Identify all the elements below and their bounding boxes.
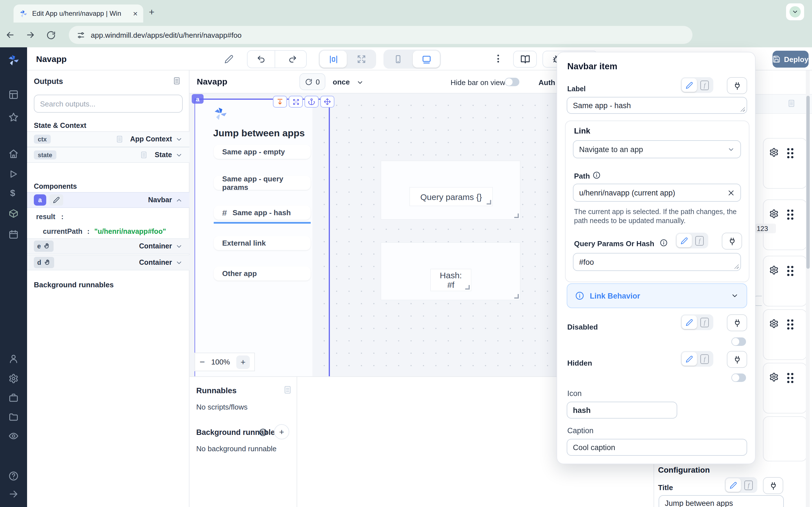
sidebar-item-apps-icon[interactable] xyxy=(8,90,18,100)
component-row-container-e[interactable]: e Container xyxy=(27,238,190,254)
sidebar-item-variables-icon[interactable]: $ xyxy=(10,188,15,198)
connect-plug-button[interactable] xyxy=(722,233,742,249)
docs-button[interactable] xyxy=(513,51,537,68)
search-outputs-input[interactable] xyxy=(34,95,183,113)
nav-item-query-params[interactable]: Same app - query params xyxy=(214,176,311,190)
link-type-select[interactable]: Navigate to an app xyxy=(573,140,741,158)
drag-handle-icon[interactable] xyxy=(787,320,794,330)
nav-item-same-app-hash[interactable]: # Same app - hash xyxy=(214,206,311,220)
edit-pencil-icon[interactable] xyxy=(50,194,63,206)
chevron-down-icon[interactable] xyxy=(175,242,183,250)
component-id-tag[interactable]: a xyxy=(192,94,204,104)
browser-tab[interactable]: Edit App u/henri/navapp | Win × xyxy=(13,4,143,22)
windmill-logo[interactable] xyxy=(7,54,20,66)
sidebar-item-workers-icon[interactable] xyxy=(8,393,18,403)
undo-button[interactable] xyxy=(248,51,275,68)
hash-text-box[interactable]: Hash: #f xyxy=(430,269,471,291)
query-params-text-box[interactable]: Query params {} xyxy=(409,187,493,206)
sidebar-item-runs-icon[interactable] xyxy=(8,169,18,179)
run-mode-select[interactable]: once xyxy=(333,78,350,86)
resize-handle[interactable] xyxy=(465,285,470,290)
fullscreen-layout-button[interactable] xyxy=(348,51,375,68)
component-row-navbar[interactable]: a Navbar xyxy=(27,192,190,208)
anchor-button[interactable] xyxy=(305,96,319,108)
runnables-doc-icon[interactable] xyxy=(283,385,292,394)
resize-handle[interactable] xyxy=(514,294,519,298)
fx-mode-button[interactable]: f xyxy=(697,78,712,92)
reload-icon[interactable] xyxy=(41,30,61,40)
title-input[interactable]: Jump between apps xyxy=(659,495,784,507)
nav-item-external-link[interactable]: External link xyxy=(214,236,311,250)
gear-icon[interactable] xyxy=(769,265,779,275)
static-mode-button[interactable] xyxy=(682,352,697,365)
sidebar-item-users-icon[interactable] xyxy=(8,354,18,364)
nav-item-same-app-empty[interactable]: Same app - empty xyxy=(214,145,311,159)
path-input[interactable]: u/henri/navapp (current app) xyxy=(573,184,741,202)
edit-title-pencil-icon[interactable] xyxy=(224,55,234,64)
move-button[interactable] xyxy=(320,96,335,108)
chevron-down-icon[interactable] xyxy=(175,259,183,266)
gear-icon[interactable] xyxy=(769,148,779,157)
tab-close-icon[interactable]: × xyxy=(133,9,138,18)
component-row-container-d[interactable]: d Container xyxy=(27,255,190,270)
clear-x-icon[interactable] xyxy=(727,189,735,196)
gear-icon[interactable] xyxy=(769,319,779,328)
centered-layout-button[interactable] xyxy=(320,51,347,68)
sidebar-help-icon[interactable] xyxy=(8,471,18,481)
ctx-row[interactable]: ctx App Context xyxy=(27,131,190,147)
connect-plug-button[interactable] xyxy=(727,351,747,368)
component-card[interactable]: 123 xyxy=(763,200,807,250)
chevron-down-icon[interactable] xyxy=(175,151,183,159)
static-mode-button[interactable] xyxy=(677,234,692,247)
hash-container[interactable]: Hash: #f xyxy=(380,242,520,300)
static-mode-button[interactable] xyxy=(682,78,697,92)
chevron-down-icon[interactable] xyxy=(356,79,364,86)
zoom-in-button[interactable]: + xyxy=(236,355,250,369)
scrollbar-track[interactable] xyxy=(806,70,810,507)
clipped-number-input[interactable]: 123 xyxy=(756,224,776,233)
forward-icon[interactable] xyxy=(20,30,41,40)
fill-height-button[interactable] xyxy=(273,96,287,108)
zoom-out-button[interactable]: − xyxy=(200,357,205,367)
query-params-input[interactable]: #foo xyxy=(573,253,741,271)
resize-handle[interactable] xyxy=(487,200,491,205)
connect-plug-button[interactable] xyxy=(727,314,747,331)
fx-mode-button[interactable]: f xyxy=(692,234,707,247)
gear-icon[interactable] xyxy=(769,209,779,219)
component-card[interactable] xyxy=(763,256,807,306)
connect-plug-button[interactable] xyxy=(763,477,783,494)
component-card[interactable] xyxy=(763,363,807,413)
new-tab-button[interactable]: + xyxy=(149,7,154,18)
resize-handle[interactable] xyxy=(741,107,745,112)
hidden-toggle[interactable] xyxy=(731,374,746,382)
nav-item-other-app[interactable]: Other app xyxy=(214,267,311,281)
chevron-up-icon[interactable] xyxy=(175,196,183,204)
drag-handle-icon[interactable] xyxy=(787,148,794,158)
disabled-toggle[interactable] xyxy=(731,337,746,346)
desktop-view-button[interactable] xyxy=(413,51,440,68)
scrollbar-thumb[interactable] xyxy=(806,96,809,269)
component-card[interactable] xyxy=(763,309,807,360)
mobile-view-button[interactable] xyxy=(385,51,412,68)
outputs-doc-icon[interactable] xyxy=(172,76,181,85)
connect-plug-button[interactable] xyxy=(727,77,747,94)
drag-handle-icon[interactable] xyxy=(787,266,794,276)
add-background-runnable-button[interactable]: + xyxy=(274,424,289,439)
fx-mode-button[interactable]: f xyxy=(697,316,712,329)
static-mode-button[interactable] xyxy=(726,478,741,492)
sidebar-item-settings-icon[interactable] xyxy=(8,374,18,384)
sidebar-item-resources-icon[interactable] xyxy=(8,209,18,219)
drag-handle-icon[interactable] xyxy=(787,210,794,220)
redo-button[interactable] xyxy=(279,51,306,68)
back-icon[interactable] xyxy=(0,30,20,40)
sidebar-item-audit-icon[interactable] xyxy=(8,431,18,441)
component-card[interactable] xyxy=(763,416,807,461)
tune-icon[interactable] xyxy=(77,31,85,39)
sidebar-item-home-icon[interactable] xyxy=(8,149,18,159)
expand-button[interactable] xyxy=(289,96,303,108)
state-row[interactable]: state State xyxy=(27,147,190,163)
refresh-count-button[interactable]: 0 xyxy=(299,73,325,90)
label-input[interactable]: Same app - hash xyxy=(567,97,747,114)
deploy-button[interactable]: Deploy xyxy=(772,51,809,68)
hide-bar-toggle[interactable] xyxy=(505,78,519,86)
